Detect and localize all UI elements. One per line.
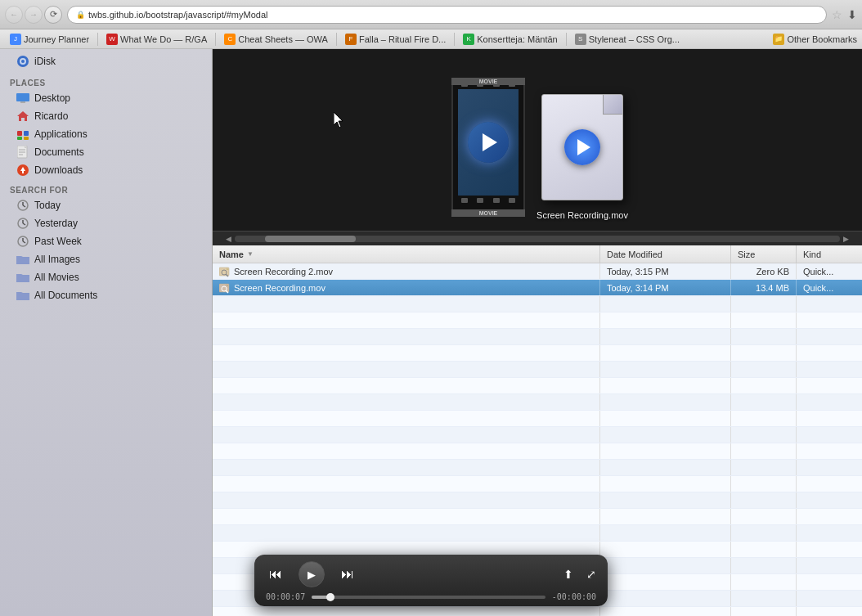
sidebar-item-idisk[interactable]: iDisk — [0, 52, 212, 70]
table-row-empty — [213, 460, 862, 476]
fastforward-button[interactable]: ⏭ — [338, 565, 357, 583]
svg-point-2 — [21, 60, 25, 63]
cursor — [334, 112, 345, 131]
empty-cell — [731, 542, 797, 557]
empty-cell — [797, 460, 862, 475]
empty-cell — [213, 509, 600, 524]
empty-cell — [600, 476, 731, 492]
file-name-cell: Screen Recording.mov — [213, 280, 600, 295]
player-controls: ⏮ ▶ ⏭ ⬆ ⤢ — [266, 561, 596, 587]
scroll-left-arrow[interactable]: ◀ — [226, 235, 231, 243]
bookmark-cheat-sheets[interactable]: C Cheat Sheets — OWA — [219, 33, 333, 46]
sidebar-item-past-week[interactable]: Past Week — [0, 232, 212, 250]
bookmark-favicon: C — [224, 34, 236, 45]
bookmark-journey-planner[interactable]: J Journey Planner — [5, 33, 94, 46]
column-kind[interactable]: Kind — [797, 245, 862, 263]
reload-button[interactable]: ⟳ — [44, 6, 62, 24]
progress-knob[interactable] — [326, 593, 334, 601]
bookmark-favicon: F — [345, 34, 357, 45]
empty-cell — [797, 394, 862, 410]
file-icon — [219, 266, 231, 277]
quicktime-document: Screen Recording.mov — [541, 94, 623, 200]
sidebar-item-ricardo[interactable]: Ricardo — [0, 107, 212, 125]
sidebar-item-downloads[interactable]: Downloads — [0, 161, 212, 179]
column-date[interactable]: Date Modified — [600, 245, 731, 263]
empty-cell — [797, 312, 862, 328]
bookmarks-bar: J Journey Planner W What We Do — R/GA C … — [0, 29, 862, 49]
sidebar-item-label: Today — [34, 200, 61, 211]
bookmark-what-we-do[interactable]: W What We Do — R/GA — [101, 33, 212, 46]
empty-cell — [797, 591, 862, 606]
film-hole — [509, 198, 515, 203]
column-size[interactable]: Size — [731, 245, 797, 263]
empty-cell — [600, 574, 731, 590]
film-holes-top — [453, 79, 523, 89]
empty-cell — [213, 362, 600, 377]
sidebar-item-all-movies[interactable]: All Movies — [0, 268, 212, 286]
empty-cell — [213, 394, 600, 410]
empty-cell — [797, 509, 862, 524]
sidebar-item-applications[interactable]: Applications — [0, 125, 212, 143]
rewind-button[interactable]: ⏮ — [266, 565, 285, 583]
forward-button[interactable]: → — [25, 6, 43, 24]
empty-cell — [600, 427, 731, 443]
empty-cell — [731, 607, 797, 616]
empty-cell — [213, 607, 600, 616]
separator — [336, 33, 337, 46]
empty-cell — [600, 443, 731, 459]
empty-cell — [213, 492, 600, 508]
empty-cell — [213, 345, 600, 361]
empty-cell — [797, 378, 862, 393]
table-row[interactable]: Screen Recording.mov Today, 3:14 PM 13.4… — [213, 280, 862, 296]
svg-rect-4 — [20, 101, 25, 103]
sidebar-item-today[interactable]: Today — [0, 196, 212, 214]
folder-icon — [16, 289, 29, 302]
sidebar-item-desktop[interactable]: Desktop — [0, 89, 212, 107]
other-bookmarks[interactable]: 📁 Other Bookmarks — [773, 34, 857, 45]
empty-cell — [600, 558, 731, 573]
play-button[interactable]: ▶ — [299, 561, 325, 587]
svg-rect-8 — [24, 131, 29, 136]
scrollbar-track[interactable] — [235, 236, 840, 242]
address-bar[interactable]: 🔒 twbs.github.io/bootstrap/javascript/#m… — [67, 6, 827, 24]
sidebar-item-documents[interactable]: Documents — [0, 143, 212, 161]
back-button[interactable]: ← — [5, 6, 23, 24]
bookmark-styleneat[interactable]: S Styleneat – CSS Org... — [570, 33, 685, 46]
table-row-empty — [213, 296, 862, 312]
bookmark-falla[interactable]: F Falla – Ritual Fire D... — [340, 33, 451, 46]
browser-toolbar: ← → ⟳ 🔒 twbs.github.io/bootstrap/javascr… — [0, 0, 862, 29]
bookmark-konsertteja[interactable]: K Konsertteja: Mäntän — [458, 33, 562, 46]
file-size-cell: Zero KB — [731, 263, 797, 279]
fullscreen-button[interactable]: ⤢ — [586, 568, 596, 581]
preview-filename: Screen Recording.mov — [537, 210, 628, 220]
play-icon — [577, 139, 590, 155]
sidebar-item-label: Desktop — [34, 92, 70, 104]
download-button[interactable]: ⬇ — [847, 8, 857, 21]
svg-rect-9 — [17, 137, 22, 140]
empty-cell — [797, 443, 862, 459]
sidebar-item-yesterday[interactable]: Yesterday — [0, 214, 212, 232]
empty-cell — [600, 411, 731, 426]
file-size-cell: 13.4 MB — [731, 280, 797, 295]
bookmark-favicon: S — [575, 34, 586, 45]
clock-icon — [16, 217, 29, 230]
folder-icon — [16, 271, 29, 284]
sidebar-item-label: All Documents — [34, 290, 97, 301]
progress-track[interactable] — [312, 596, 545, 599]
sidebar-item-label: Applications — [34, 128, 88, 140]
bookmark-favicon: W — [106, 34, 118, 45]
star-button[interactable]: ☆ — [832, 8, 842, 21]
empty-cell — [213, 296, 600, 312]
col-date-label: Date Modified — [607, 250, 662, 259]
empty-cell — [731, 362, 797, 377]
sidebar-item-all-images[interactable]: All Images — [0, 250, 212, 268]
bookmark-label: Cheat Sheets — OWA — [238, 34, 328, 44]
column-name[interactable]: Name ▼ — [213, 245, 600, 263]
qt-play-button[interactable] — [564, 129, 600, 165]
table-row[interactable]: Screen Recording 2.mov Today, 3:15 PM Ze… — [213, 263, 862, 280]
empty-cell — [797, 607, 862, 616]
sidebar-item-all-documents[interactable]: All Documents — [0, 286, 212, 304]
scroll-right-arrow[interactable]: ▶ — [843, 235, 849, 243]
share-button[interactable]: ⬆ — [563, 568, 573, 581]
empty-cell — [600, 362, 731, 377]
